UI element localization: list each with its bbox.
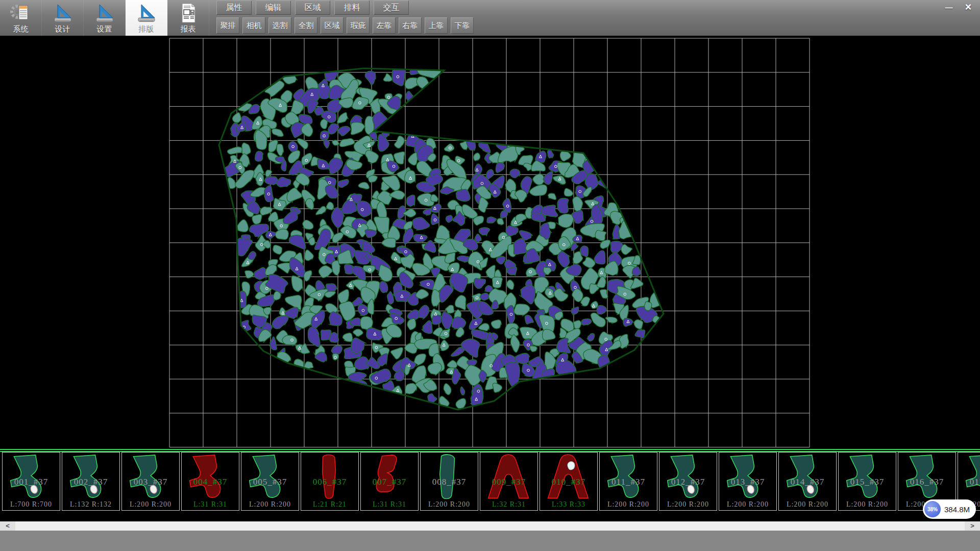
piece-count-label: L:31 R:31 [361,500,418,509]
tab-nesting[interactable]: 排版 [126,0,167,36]
tab-label: 报表 [181,24,196,34]
window-controls: — × [939,1,978,13]
piece-count-label: L:200 R:200 [600,500,657,509]
minimize-button[interactable]: — [939,1,959,13]
piece-id-label: 017_#37 [958,477,980,487]
progress-circle: 38% [924,501,941,517]
menu-properties-button[interactable]: 属性 [216,1,252,15]
menu-cut-all-button[interactable]: 全割 [295,17,317,34]
design-icon [52,2,74,24]
status-badge: 38% 384.8M [923,499,976,519]
menu-area: 属性编辑区域排料交互 聚排相机选割全割区域瑕疵左靠右靠上靠下靠 [216,0,477,34]
piece-thumbnail[interactable]: 002_#37L:132 R:132 [62,452,120,511]
piece-id-label: 011_#37 [600,477,657,487]
piece-thumbnail[interactable]: 003_#37L:200 R:200 [121,452,180,511]
piece-id-label: 015_#37 [839,477,896,487]
piece-id-label: 013_#37 [719,477,776,487]
menu-align-top-button[interactable]: 上靠 [425,17,448,34]
piece-id-label: 007_#37 [361,477,418,487]
piece-id-label: 010_#37 [540,477,597,487]
piece-thumbnail[interactable]: 014_#37L:200 R:200 [778,452,837,511]
menu-align-bottom-button[interactable]: 下靠 [451,17,474,34]
piece-thumbnail[interactable]: 005_#37L:200 R:200 [241,452,299,511]
piece-count-label: L:200 R:200 [779,500,836,509]
menu-region-button[interactable]: 区域 [295,1,330,15]
nesting-layout-drawing[interactable] [0,36,980,449]
horizontal-scrollbar[interactable]: < > [0,521,980,531]
piece-thumbnail[interactable]: 006_#37L:21 R:21 [301,452,359,511]
piece-thumbnail[interactable]: 009_#37L:32 R:31 [480,452,538,511]
nesting-canvas[interactable] [0,36,980,449]
piece-count-label: L:31 R:31 [182,500,239,509]
piece-count-label: L:33 R:33 [540,500,597,509]
toolbar: 系统设计设置排版报表 属性编辑区域排料交互 聚排相机选割全割区域瑕疵左靠右靠上靠… [0,0,980,36]
piece-id-label: 009_#37 [480,477,537,487]
application-window: 系统设计设置排版报表 属性编辑区域排料交互 聚排相机选割全割区域瑕疵左靠右靠上靠… [0,0,980,551]
piece-count-label: L:200 R:200 [421,500,478,509]
piece-thumbnail[interactable]: 012_#37L:200 R:200 [659,452,717,511]
tab-label: 系统 [13,24,29,34]
piece-id-label: 003_#37 [122,477,179,487]
tab-report[interactable]: 报表 [167,0,209,36]
piece-count-label: L:700 R:700 [3,500,60,509]
piece-thumbnail-strip: 001_#37L:700 R:700002_#37L:132 R:132003_… [0,449,980,521]
piece-thumbnail[interactable]: 010_#37L:33 R:33 [540,452,598,511]
piece-thumbnail[interactable]: 011_#37L:200 R:200 [599,452,657,511]
piece-id-label: 012_#37 [659,477,717,487]
piece-count-label: L:200 R:200 [241,500,299,509]
window-bottom-bar [0,531,980,551]
nesting-icon [135,2,158,24]
piece-id-label: 014_#37 [779,477,836,487]
menu-nest-button[interactable]: 排料 [334,1,370,15]
main-tab-bar: 系统设计设置排版报表 [0,0,209,36]
menu-defect-button[interactable]: 瑕疵 [347,17,370,34]
menu-align-left-button[interactable]: 左靠 [373,17,396,34]
piece-count-label: L:32 R:31 [480,500,537,509]
piece-id-label: 006_#37 [301,477,358,487]
system-icon [10,2,32,24]
tab-label: 排版 [139,24,154,34]
scroll-left-button[interactable]: < [0,521,15,531]
tab-label: 设置 [97,24,112,34]
piece-count-label: L:200 R:200 [122,500,179,509]
piece-thumbnail[interactable]: 013_#37L:200 R:200 [719,452,777,511]
report-icon [177,2,200,24]
memory-label: 384.8M [944,505,970,514]
piece-id-label: 001_#37 [3,477,60,487]
piece-id-label: 005_#37 [241,477,299,487]
strip-separator-line [0,449,980,450]
menu-cluster-nest-button[interactable]: 聚排 [216,17,239,34]
piece-id-label: 002_#37 [62,477,119,487]
piece-id-label: 008_#37 [421,477,478,487]
close-button[interactable]: × [959,1,978,13]
menu-region-button[interactable]: 区域 [321,17,344,34]
tab-settings[interactable]: 设置 [84,0,126,36]
menu-align-right-button[interactable]: 右靠 [399,17,422,34]
piece-id-label: 016_#37 [898,477,955,487]
piece-id-label: 004_#37 [182,477,239,487]
piece-thumbnail[interactable]: 001_#37L:700 R:700 [2,452,60,511]
tab-design[interactable]: 设计 [42,0,84,36]
thumbnail-row: 001_#37L:700 R:700002_#37L:132 R:132003_… [2,452,980,512]
menu-camera-button[interactable]: 相机 [242,17,265,34]
menu-edit-button[interactable]: 编辑 [256,1,291,15]
tab-system[interactable]: 系统 [0,0,42,36]
piece-count-label: L:200 R:200 [659,500,717,509]
piece-count-label: L:200 R:200 [839,500,896,509]
piece-count-label: L:132 R:132 [62,500,119,509]
menu-select-cut-button[interactable]: 选割 [268,17,291,34]
piece-thumbnail[interactable]: 008_#37L:200 R:200 [420,452,478,511]
menu-interact-button[interactable]: 交互 [374,1,409,15]
tab-label: 设计 [55,24,70,34]
scrollbar-track[interactable] [15,521,965,531]
piece-thumbnail[interactable]: 007_#37L:31 R:31 [360,452,419,511]
piece-count-label: L:200 R:200 [719,500,776,509]
menu-row-primary: 属性编辑区域排料交互 [216,1,477,15]
scroll-right-button[interactable]: > [965,521,980,531]
settings-icon [93,2,116,24]
menu-row-tools: 聚排相机选割全割区域瑕疵左靠右靠上靠下靠 [216,17,477,34]
piece-thumbnail[interactable]: 004_#37L:31 R:31 [181,452,239,511]
piece-count-label: L:21 R:21 [301,500,358,509]
piece-thumbnail[interactable]: 015_#37L:200 R:200 [838,452,896,511]
